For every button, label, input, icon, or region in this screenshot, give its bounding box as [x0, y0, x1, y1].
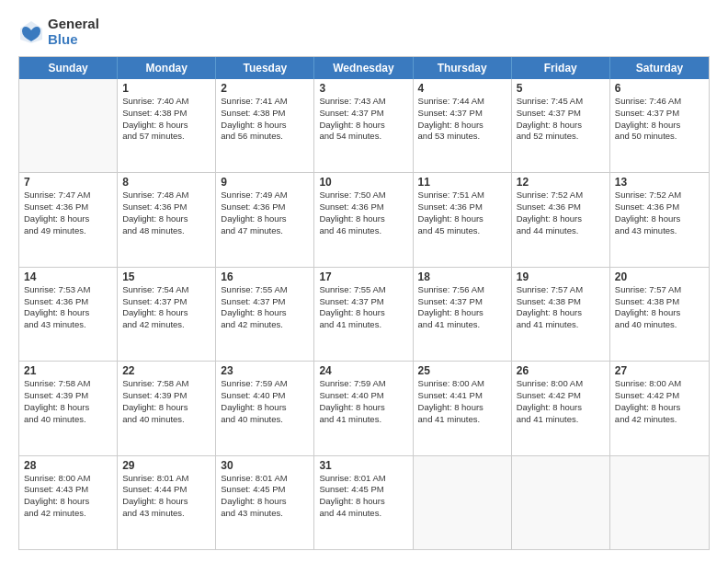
day-number: 23 — [221, 364, 309, 377]
calendar-cell — [414, 456, 512, 549]
calendar-row: 14Sunrise: 7:53 AM Sunset: 4:36 PM Dayli… — [19, 267, 709, 361]
day-info: Sunrise: 7:55 AM Sunset: 4:37 PM Dayligh… — [221, 284, 309, 331]
day-info: Sunrise: 7:49 AM Sunset: 4:36 PM Dayligh… — [221, 190, 309, 236]
day-info: Sunrise: 7:40 AM Sunset: 4:38 PM Dayligh… — [122, 96, 210, 143]
weekday-header: Wednesday — [314, 57, 413, 79]
weekday-header: Tuesday — [216, 57, 314, 79]
day-info: Sunrise: 7:56 AM Sunset: 4:37 PM Dayligh… — [418, 284, 506, 331]
day-info: Sunrise: 7:55 AM Sunset: 4:37 PM Dayligh… — [319, 284, 407, 331]
day-number: 16 — [221, 270, 309, 283]
day-info: Sunrise: 7:41 AM Sunset: 4:38 PM Dayligh… — [221, 96, 309, 143]
calendar-cell: 14Sunrise: 7:53 AM Sunset: 4:36 PM Dayli… — [19, 268, 118, 361]
day-info: Sunrise: 8:01 AM Sunset: 4:45 PM Dayligh… — [221, 473, 309, 520]
calendar-cell: 7Sunrise: 7:47 AM Sunset: 4:36 PM Daylig… — [19, 173, 118, 266]
calendar-cell: 17Sunrise: 7:55 AM Sunset: 4:37 PM Dayli… — [314, 268, 413, 361]
day-info: Sunrise: 7:46 AM Sunset: 4:37 PM Dayligh… — [615, 96, 704, 143]
weekday-header: Friday — [512, 57, 610, 79]
calendar-cell: 8Sunrise: 7:48 AM Sunset: 4:36 PM Daylig… — [118, 173, 216, 266]
day-info: Sunrise: 7:45 AM Sunset: 4:37 PM Dayligh… — [517, 96, 605, 143]
calendar-cell: 26Sunrise: 8:00 AM Sunset: 4:42 PM Dayli… — [512, 362, 610, 454]
day-number: 21 — [24, 364, 112, 377]
calendar-cell: 2Sunrise: 7:41 AM Sunset: 4:38 PM Daylig… — [216, 79, 314, 172]
page: GeneralBlue SundayMondayTuesdayWednesday… — [0, 0, 728, 563]
day-info: Sunrise: 7:50 AM Sunset: 4:36 PM Dayligh… — [319, 190, 407, 236]
day-number: 2 — [221, 82, 309, 95]
day-number: 25 — [418, 364, 506, 377]
calendar-cell: 16Sunrise: 7:55 AM Sunset: 4:37 PM Dayli… — [216, 268, 314, 361]
day-number: 1 — [122, 82, 210, 95]
calendar-cell: 22Sunrise: 7:58 AM Sunset: 4:39 PM Dayli… — [118, 362, 216, 454]
day-number: 4 — [418, 82, 506, 95]
day-number: 6 — [615, 82, 704, 95]
day-info: Sunrise: 7:48 AM Sunset: 4:36 PM Dayligh… — [122, 190, 210, 236]
calendar-row: 7Sunrise: 7:47 AM Sunset: 4:36 PM Daylig… — [19, 172, 709, 266]
calendar-cell: 20Sunrise: 7:57 AM Sunset: 4:38 PM Dayli… — [610, 268, 709, 361]
day-number: 31 — [319, 459, 407, 472]
day-number: 9 — [221, 176, 309, 189]
calendar-cell: 5Sunrise: 7:45 AM Sunset: 4:37 PM Daylig… — [512, 79, 610, 172]
day-number: 3 — [319, 82, 407, 95]
calendar-cell: 23Sunrise: 7:59 AM Sunset: 4:40 PM Dayli… — [216, 362, 314, 454]
weekday-header: Monday — [118, 57, 216, 79]
calendar-cell: 21Sunrise: 7:58 AM Sunset: 4:39 PM Dayli… — [19, 362, 118, 454]
calendar-cell: 9Sunrise: 7:49 AM Sunset: 4:36 PM Daylig… — [216, 173, 314, 266]
calendar-cell: 3Sunrise: 7:43 AM Sunset: 4:37 PM Daylig… — [314, 79, 413, 172]
day-number: 22 — [122, 364, 210, 377]
calendar-cell: 11Sunrise: 7:51 AM Sunset: 4:36 PM Dayli… — [414, 173, 512, 266]
day-info: Sunrise: 7:58 AM Sunset: 4:39 PM Dayligh… — [24, 378, 112, 425]
day-info: Sunrise: 8:00 AM Sunset: 4:42 PM Dayligh… — [615, 378, 704, 425]
calendar-cell: 18Sunrise: 7:56 AM Sunset: 4:37 PM Dayli… — [414, 268, 512, 361]
calendar-row: 21Sunrise: 7:58 AM Sunset: 4:39 PM Dayli… — [19, 361, 709, 454]
day-info: Sunrise: 7:44 AM Sunset: 4:37 PM Dayligh… — [418, 96, 506, 143]
calendar-cell: 15Sunrise: 7:54 AM Sunset: 4:37 PM Dayli… — [118, 268, 216, 361]
logo-text: GeneralBlue — [48, 17, 99, 47]
calendar-cell: 6Sunrise: 7:46 AM Sunset: 4:37 PM Daylig… — [610, 79, 709, 172]
day-info: Sunrise: 8:01 AM Sunset: 4:44 PM Dayligh… — [122, 473, 210, 520]
day-number: 20 — [615, 270, 704, 283]
day-info: Sunrise: 7:53 AM Sunset: 4:36 PM Dayligh… — [24, 284, 112, 331]
calendar-cell: 31Sunrise: 8:01 AM Sunset: 4:45 PM Dayli… — [314, 456, 413, 549]
weekday-header: Saturday — [610, 57, 709, 79]
calendar-cell: 1Sunrise: 7:40 AM Sunset: 4:38 PM Daylig… — [118, 79, 216, 172]
day-info: Sunrise: 7:43 AM Sunset: 4:37 PM Dayligh… — [319, 96, 407, 143]
day-info: Sunrise: 7:52 AM Sunset: 4:36 PM Dayligh… — [517, 190, 605, 236]
day-number: 14 — [24, 270, 112, 283]
day-info: Sunrise: 7:57 AM Sunset: 4:38 PM Dayligh… — [615, 284, 704, 331]
calendar-cell: 28Sunrise: 8:00 AM Sunset: 4:43 PM Dayli… — [19, 456, 118, 549]
weekday-header: Thursday — [414, 57, 512, 79]
day-number: 8 — [122, 176, 210, 189]
day-info: Sunrise: 8:01 AM Sunset: 4:45 PM Dayligh… — [319, 473, 407, 520]
day-info: Sunrise: 7:59 AM Sunset: 4:40 PM Dayligh… — [221, 378, 309, 425]
calendar-cell: 25Sunrise: 8:00 AM Sunset: 4:41 PM Dayli… — [414, 362, 512, 454]
logo: GeneralBlue — [18, 17, 99, 47]
day-number: 13 — [615, 176, 704, 189]
calendar-cell: 19Sunrise: 7:57 AM Sunset: 4:38 PM Dayli… — [512, 268, 610, 361]
calendar-cell — [512, 456, 610, 549]
calendar-header: SundayMondayTuesdayWednesdayThursdayFrid… — [19, 57, 709, 79]
calendar-cell — [19, 79, 118, 172]
day-number: 30 — [221, 459, 309, 472]
calendar-cell: 27Sunrise: 8:00 AM Sunset: 4:42 PM Dayli… — [610, 362, 709, 454]
day-number: 5 — [517, 82, 605, 95]
calendar-cell: 13Sunrise: 7:52 AM Sunset: 4:36 PM Dayli… — [610, 173, 709, 266]
calendar-row: 1Sunrise: 7:40 AM Sunset: 4:38 PM Daylig… — [19, 79, 709, 172]
day-number: 27 — [615, 364, 704, 377]
day-number: 17 — [319, 270, 407, 283]
day-info: Sunrise: 7:51 AM Sunset: 4:36 PM Dayligh… — [418, 190, 506, 236]
calendar-row: 28Sunrise: 8:00 AM Sunset: 4:43 PM Dayli… — [19, 455, 709, 549]
calendar-cell: 10Sunrise: 7:50 AM Sunset: 4:36 PM Dayli… — [314, 173, 413, 266]
header: GeneralBlue — [18, 17, 710, 47]
day-info: Sunrise: 8:00 AM Sunset: 4:41 PM Dayligh… — [418, 378, 506, 425]
day-info: Sunrise: 7:54 AM Sunset: 4:37 PM Dayligh… — [122, 284, 210, 331]
weekday-header: Sunday — [19, 57, 118, 79]
day-number: 29 — [122, 459, 210, 472]
day-info: Sunrise: 8:00 AM Sunset: 4:43 PM Dayligh… — [24, 473, 112, 520]
calendar: SundayMondayTuesdayWednesdayThursdayFrid… — [18, 56, 710, 550]
day-info: Sunrise: 7:52 AM Sunset: 4:36 PM Dayligh… — [615, 190, 704, 236]
calendar-cell: 30Sunrise: 8:01 AM Sunset: 4:45 PM Dayli… — [216, 456, 314, 549]
day-number: 28 — [24, 459, 112, 472]
day-info: Sunrise: 8:00 AM Sunset: 4:42 PM Dayligh… — [517, 378, 605, 425]
day-number: 15 — [122, 270, 210, 283]
calendar-body: 1Sunrise: 7:40 AM Sunset: 4:38 PM Daylig… — [19, 79, 709, 549]
calendar-cell: 29Sunrise: 8:01 AM Sunset: 4:44 PM Dayli… — [118, 456, 216, 549]
